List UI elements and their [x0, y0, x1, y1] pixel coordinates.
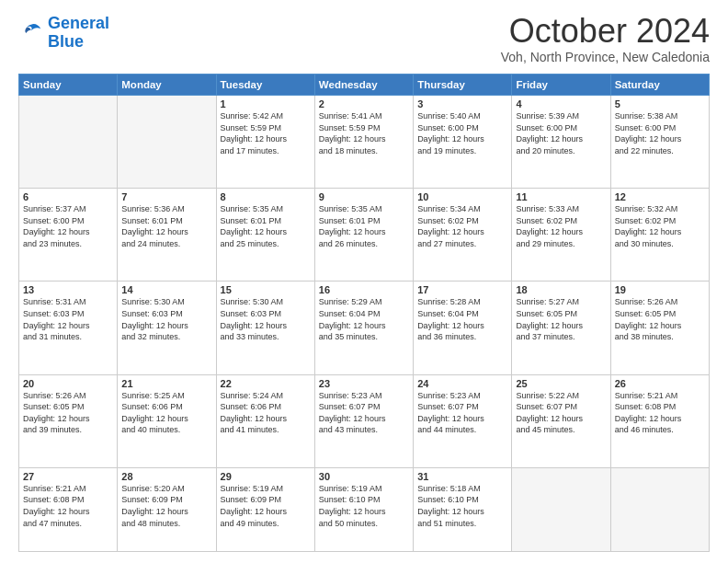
calendar-cell: 23Sunrise: 5:23 AMSunset: 6:07 PMDayligh…: [314, 374, 413, 467]
calendar-cell: 29Sunrise: 5:19 AMSunset: 6:09 PMDayligh…: [216, 467, 314, 551]
calendar-cell: [118, 96, 216, 189]
calendar-week-1: 6Sunrise: 5:37 AMSunset: 6:00 PMDaylight…: [19, 189, 710, 282]
day-number: 19: [615, 284, 705, 295]
calendar-cell: 22Sunrise: 5:24 AMSunset: 6:06 PMDayligh…: [216, 374, 314, 467]
day-number: 31: [417, 471, 507, 482]
day-info: Sunrise: 5:22 AMSunset: 6:07 PMDaylight:…: [516, 390, 606, 436]
weekday-header-tuesday: Tuesday: [216, 75, 314, 96]
calendar-cell: 10Sunrise: 5:34 AMSunset: 6:02 PMDayligh…: [414, 189, 512, 282]
day-info: Sunrise: 5:21 AMSunset: 6:08 PMDaylight:…: [23, 483, 113, 529]
day-number: 4: [516, 98, 606, 109]
day-number: 16: [319, 284, 409, 295]
day-number: 30: [319, 471, 409, 482]
day-number: 24: [417, 378, 507, 389]
calendar-cell: 15Sunrise: 5:30 AMSunset: 6:03 PMDayligh…: [216, 282, 314, 374]
calendar-week-2: 13Sunrise: 5:31 AMSunset: 6:03 PMDayligh…: [19, 282, 710, 374]
day-info: Sunrise: 5:25 AMSunset: 6:06 PMDaylight:…: [121, 390, 211, 436]
day-info: Sunrise: 5:35 AMSunset: 6:01 PMDaylight:…: [221, 203, 311, 249]
day-number: 26: [615, 378, 705, 389]
day-info: Sunrise: 5:26 AMSunset: 6:05 PMDaylight:…: [615, 296, 705, 342]
calendar-cell: 13Sunrise: 5:31 AMSunset: 6:03 PMDayligh…: [19, 282, 118, 374]
calendar-week-0: 1Sunrise: 5:42 AMSunset: 5:59 PMDaylight…: [19, 96, 710, 189]
day-number: 13: [23, 284, 113, 295]
day-info: Sunrise: 5:18 AMSunset: 6:10 PMDaylight:…: [417, 483, 507, 529]
weekday-header-thursday: Thursday: [414, 75, 512, 96]
calendar-cell: 6Sunrise: 5:37 AMSunset: 6:00 PMDaylight…: [19, 189, 118, 282]
day-info: Sunrise: 5:24 AMSunset: 6:06 PMDaylight:…: [221, 390, 311, 436]
day-info: Sunrise: 5:35 AMSunset: 6:01 PMDaylight:…: [319, 203, 409, 249]
day-info: Sunrise: 5:40 AMSunset: 6:00 PMDaylight:…: [417, 110, 507, 156]
calendar-cell: 30Sunrise: 5:19 AMSunset: 6:10 PMDayligh…: [314, 467, 413, 551]
day-number: 20: [23, 378, 113, 389]
day-number: 11: [516, 191, 606, 202]
calendar-cell: 28Sunrise: 5:20 AMSunset: 6:09 PMDayligh…: [118, 467, 216, 551]
day-info: Sunrise: 5:34 AMSunset: 6:02 PMDaylight:…: [417, 203, 507, 249]
day-info: Sunrise: 5:27 AMSunset: 6:05 PMDaylight:…: [516, 296, 606, 342]
day-info: Sunrise: 5:21 AMSunset: 6:08 PMDaylight:…: [615, 390, 705, 436]
day-number: 25: [516, 378, 606, 389]
day-number: 29: [221, 471, 311, 482]
day-info: Sunrise: 5:31 AMSunset: 6:03 PMDaylight:…: [23, 296, 113, 342]
calendar-week-4: 27Sunrise: 5:21 AMSunset: 6:08 PMDayligh…: [19, 467, 710, 551]
calendar-cell: 16Sunrise: 5:29 AMSunset: 6:04 PMDayligh…: [314, 282, 413, 374]
calendar-cell: 27Sunrise: 5:21 AMSunset: 6:08 PMDayligh…: [19, 467, 118, 551]
day-number: 22: [221, 378, 311, 389]
calendar-cell: [512, 467, 610, 551]
day-number: 23: [319, 378, 409, 389]
day-number: 17: [417, 284, 507, 295]
day-number: 21: [121, 378, 211, 389]
calendar-cell: 26Sunrise: 5:21 AMSunset: 6:08 PMDayligh…: [610, 374, 709, 467]
calendar-cell: 20Sunrise: 5:26 AMSunset: 6:05 PMDayligh…: [19, 374, 118, 467]
day-info: Sunrise: 5:26 AMSunset: 6:05 PMDaylight:…: [23, 390, 113, 436]
day-info: Sunrise: 5:33 AMSunset: 6:02 PMDaylight:…: [516, 203, 606, 249]
day-info: Sunrise: 5:36 AMSunset: 6:01 PMDaylight:…: [121, 203, 211, 249]
calendar-cell: 11Sunrise: 5:33 AMSunset: 6:02 PMDayligh…: [512, 189, 610, 282]
day-number: 6: [23, 191, 113, 202]
calendar-cell: 2Sunrise: 5:41 AMSunset: 5:59 PMDaylight…: [314, 96, 413, 189]
calendar-cell: 24Sunrise: 5:23 AMSunset: 6:07 PMDayligh…: [414, 374, 512, 467]
day-number: 5: [615, 98, 705, 109]
month-title: October 2024: [501, 15, 710, 48]
title-block: October 2024 Voh, North Province, New Ca…: [501, 15, 710, 64]
day-number: 9: [319, 191, 409, 202]
calendar-cell: 1Sunrise: 5:42 AMSunset: 5:59 PMDaylight…: [216, 96, 314, 189]
calendar-week-3: 20Sunrise: 5:26 AMSunset: 6:05 PMDayligh…: [19, 374, 710, 467]
day-info: Sunrise: 5:42 AMSunset: 5:59 PMDaylight:…: [221, 110, 311, 156]
weekday-header-saturday: Saturday: [610, 75, 709, 96]
day-info: Sunrise: 5:39 AMSunset: 6:00 PMDaylight:…: [516, 110, 606, 156]
calendar-cell: [610, 467, 709, 551]
header: General Blue October 2024 Voh, North Pro…: [18, 15, 710, 64]
day-info: Sunrise: 5:30 AMSunset: 6:03 PMDaylight:…: [221, 296, 311, 342]
day-number: 2: [319, 98, 409, 109]
calendar-cell: 4Sunrise: 5:39 AMSunset: 6:00 PMDaylight…: [512, 96, 610, 189]
day-number: 7: [121, 191, 211, 202]
calendar-cell: 14Sunrise: 5:30 AMSunset: 6:03 PMDayligh…: [118, 282, 216, 374]
logo-icon: [18, 20, 44, 46]
calendar-cell: 31Sunrise: 5:18 AMSunset: 6:10 PMDayligh…: [414, 467, 512, 551]
calendar-cell: 18Sunrise: 5:27 AMSunset: 6:05 PMDayligh…: [512, 282, 610, 374]
calendar-cell: 7Sunrise: 5:36 AMSunset: 6:01 PMDaylight…: [118, 189, 216, 282]
calendar-cell: 5Sunrise: 5:38 AMSunset: 6:00 PMDaylight…: [610, 96, 709, 189]
day-number: 10: [417, 191, 507, 202]
logo: General Blue: [18, 15, 109, 52]
day-number: 18: [516, 284, 606, 295]
weekday-header-row: SundayMondayTuesdayWednesdayThursdayFrid…: [19, 75, 710, 96]
day-info: Sunrise: 5:38 AMSunset: 6:00 PMDaylight:…: [615, 110, 705, 156]
page: General Blue October 2024 Voh, North Pro…: [0, 0, 728, 563]
day-number: 1: [221, 98, 311, 109]
day-info: Sunrise: 5:41 AMSunset: 5:59 PMDaylight:…: [319, 110, 409, 156]
day-info: Sunrise: 5:30 AMSunset: 6:03 PMDaylight:…: [121, 296, 211, 342]
day-info: Sunrise: 5:28 AMSunset: 6:04 PMDaylight:…: [417, 296, 507, 342]
calendar-cell: 21Sunrise: 5:25 AMSunset: 6:06 PMDayligh…: [118, 374, 216, 467]
calendar-cell: 19Sunrise: 5:26 AMSunset: 6:05 PMDayligh…: [610, 282, 709, 374]
logo-text: General Blue: [48, 15, 109, 52]
day-number: 12: [615, 191, 705, 202]
day-number: 28: [121, 471, 211, 482]
day-info: Sunrise: 5:29 AMSunset: 6:04 PMDaylight:…: [319, 296, 409, 342]
day-info: Sunrise: 5:37 AMSunset: 6:00 PMDaylight:…: [23, 203, 113, 249]
day-number: 8: [221, 191, 311, 202]
calendar-cell: 12Sunrise: 5:32 AMSunset: 6:02 PMDayligh…: [610, 189, 709, 282]
day-info: Sunrise: 5:32 AMSunset: 6:02 PMDaylight:…: [615, 203, 705, 249]
calendar-cell: [19, 96, 118, 189]
weekday-header-sunday: Sunday: [19, 75, 118, 96]
